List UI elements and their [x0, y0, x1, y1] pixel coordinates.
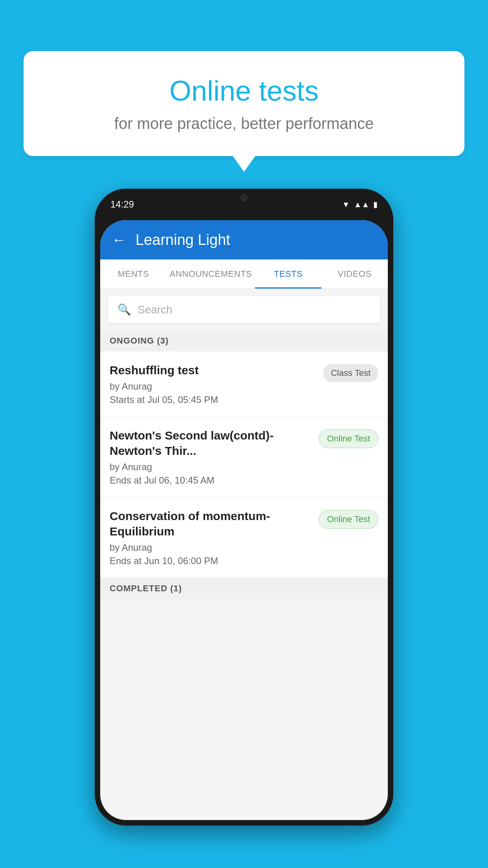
- search-icon: 🔍: [117, 303, 131, 316]
- test-item[interactable]: Reshuffling test by Anurag Starts at Jul…: [100, 351, 388, 417]
- test-badge: Online Test: [319, 510, 378, 529]
- tabs-container: MENTS ANNOUNCEMENTS TESTS VIDEOS: [100, 259, 388, 289]
- bubble-subtitle: for more practice, better performance: [55, 115, 433, 132]
- test-author: by Anurag: [110, 381, 317, 392]
- search-container: 🔍 Search: [100, 289, 388, 330]
- completed-section-header: COMPLETED (1): [100, 578, 388, 599]
- back-button[interactable]: ←: [112, 232, 126, 248]
- speech-bubble: Online tests for more practice, better p…: [24, 51, 464, 156]
- test-date: Ends at Jun 10, 06:00 PM: [110, 555, 312, 566]
- tab-ments[interactable]: MENTS: [100, 259, 167, 289]
- status-icons: ▼ ▲▲ ▮: [342, 200, 378, 209]
- test-date: Ends at Jul 06, 10:45 AM: [110, 475, 312, 486]
- test-name: Reshuffling test: [110, 362, 317, 378]
- test-list: Reshuffling test by Anurag Starts at Jul…: [100, 351, 388, 578]
- bubble-title: Online tests: [55, 75, 433, 107]
- test-item[interactable]: Conservation of momentum-Equilibrium by …: [100, 497, 388, 578]
- tab-videos[interactable]: VIDEOS: [321, 259, 388, 289]
- test-info: Conservation of momentum-Equilibrium by …: [110, 508, 312, 566]
- test-info: Reshuffling test by Anurag Starts at Jul…: [110, 362, 317, 405]
- test-item[interactable]: Newton's Second law(contd)-Newton's Thir…: [100, 417, 388, 497]
- search-bar[interactable]: 🔍 Search: [108, 296, 380, 323]
- camera: [240, 194, 248, 201]
- test-badge: Class Test: [323, 364, 378, 382]
- test-author: by Anurag: [110, 542, 312, 553]
- signal-icon: ▲▲: [354, 200, 369, 209]
- battery-icon: ▮: [373, 200, 378, 209]
- phone-screen: ← Learning Light MENTS ANNOUNCEMENTS TES…: [100, 220, 388, 820]
- status-bar: 14:29 ▼ ▲▲ ▮: [95, 189, 393, 220]
- status-time: 14:29: [110, 199, 134, 210]
- tab-tests[interactable]: TESTS: [255, 259, 321, 289]
- app-header: ← Learning Light: [100, 220, 388, 259]
- phone-frame: 14:29 ▼ ▲▲ ▮ ← Learning Light MENTS ANNO…: [95, 189, 393, 826]
- phone-notch: [213, 189, 275, 206]
- test-name: Newton's Second law(contd)-Newton's Thir…: [110, 428, 312, 458]
- test-badge: Online Test: [319, 429, 378, 448]
- speech-bubble-container: Online tests for more practice, better p…: [24, 51, 464, 156]
- app-title: Learning Light: [136, 232, 230, 248]
- test-date: Starts at Jul 05, 05:45 PM: [110, 394, 317, 405]
- search-placeholder: Search: [138, 303, 172, 316]
- tab-announcements[interactable]: ANNOUNCEMENTS: [167, 259, 255, 289]
- ongoing-section-header: ONGOING (3): [100, 330, 388, 351]
- wifi-icon: ▼: [342, 200, 350, 209]
- test-author: by Anurag: [110, 462, 312, 473]
- test-name: Conservation of momentum-Equilibrium: [110, 508, 312, 539]
- test-info: Newton's Second law(contd)-Newton's Thir…: [110, 428, 312, 486]
